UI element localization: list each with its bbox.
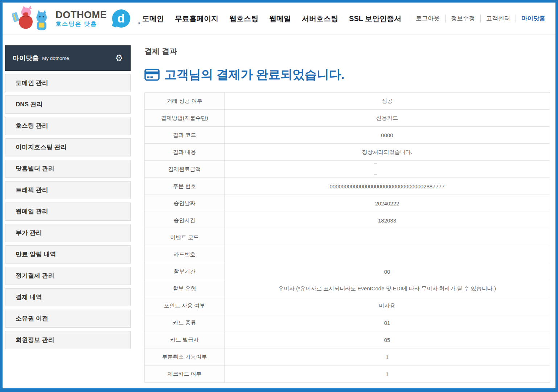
row-value: 유이자 (*유이자로 표시되더라도 EventCode 및 EDI에 따라 무이… <box>225 280 550 297</box>
row-value-text: 미사용 <box>379 302 395 309</box>
sidebar-item[interactable]: 도메인 관리 <box>5 74 131 92</box>
row-value-text: 0000 <box>381 132 393 138</box>
nav-item[interactable]: 도메인 <box>142 14 164 24</box>
row-label: 카드번호 <box>145 246 225 263</box>
table-row: 결제방법(지불수단) 신용카드 <box>145 110 550 127</box>
credit-card-icon <box>144 69 160 81</box>
payment-result-table: 거래 성공 여부 성공 결제방법(지불수단) 신용카드 결과 코드 0000 <box>144 92 550 383</box>
row-label: 주문 번호 <box>145 178 225 195</box>
mascot-illustration <box>12 5 53 32</box>
sidebar-item[interactable]: DNS 관리 <box>5 95 131 114</box>
row-label: 승인날짜 <box>145 195 225 212</box>
row-label: 이벤트 코드 <box>145 229 225 246</box>
main-nav: 도메인무료홈페이지웹호스팅웹메일서버호스팅SSL 보안인증서 <box>142 14 401 24</box>
row-value-text: 00 <box>384 269 390 275</box>
row-value: 정상처리되었습니다. <box>225 144 550 161</box>
nav-item[interactable]: 무료홈페이지 <box>175 14 218 24</box>
table-row: 거래 성공 여부 성공 <box>145 93 550 110</box>
row-value-text: 00000000000000000000000000000002887777 <box>329 183 444 189</box>
nav-item[interactable]: SSL 보안인증서 <box>349 14 401 24</box>
sidebar-item[interactable]: 만료 알림 내역 <box>5 245 131 264</box>
sidebar-item[interactable]: 부가 관리 <box>5 224 131 242</box>
row-label: 할부기간 <box>145 263 225 280</box>
sidebar-item[interactable]: 소유권 이전 <box>5 310 131 328</box>
sidebar-item[interactable]: 웹메일 관리 <box>5 203 131 221</box>
sidebar-header: 마이닷홈 My dothome ⚙ <box>5 45 131 71</box>
row-value-text: 정상처리되었습니다. <box>362 149 412 155</box>
row-label: 승인시간 <box>145 212 225 229</box>
row-value: 1 <box>225 366 550 383</box>
row-value: 0000 <box>225 127 550 144</box>
row-label: 부분취소 가능여부 <box>145 348 225 366</box>
sidebar-item[interactable]: 닷홈빌더 관리 <box>5 160 131 178</box>
sidebar-item[interactable]: 호스팅 관리 <box>5 117 131 135</box>
gear-icon[interactable]: ⚙ <box>115 54 123 62</box>
page-title: 결제 결과 <box>144 42 550 56</box>
sidebar-item[interactable]: 회원정보 관리 <box>5 331 131 349</box>
table-row: 결과 내용 정상처리되었습니다. <box>145 144 550 161</box>
sidebar-item[interactable]: 정기결제 관리 <box>5 267 131 285</box>
utility-nav: 로그아웃정보수정고객센터마이닷홈 <box>410 15 547 23</box>
utility-link[interactable]: 마이닷홈 <box>516 15 547 23</box>
table-row: 체크카드 여부 1 <box>145 366 550 383</box>
table-row: 주문 번호 0000000000000000000000000000000288… <box>145 178 550 195</box>
row-value-text: 성공 <box>382 98 393 104</box>
nav-prefix-dot: . <box>138 17 140 25</box>
table-row: 이벤트 코드 <box>145 229 550 246</box>
table-row: 카드 발급사 05 <box>145 331 550 348</box>
row-value: 신용카드 <box>225 110 550 127</box>
nav-item[interactable]: 웹호스팅 <box>229 14 258 24</box>
table-row: 카드번호 <box>145 246 550 263</box>
row-label: 결과 내용 <box>145 144 225 161</box>
table-row: 카드 종류 01 <box>145 314 550 331</box>
row-value: 05 <box>225 331 550 348</box>
row-value <box>225 229 550 246</box>
utility-link[interactable]: 로그아웃 <box>410 15 445 23</box>
row-value-text: 1 <box>386 354 389 360</box>
row-value-text: 신용카드 <box>376 115 398 121</box>
row-value: 182033 <box>225 212 550 229</box>
top-header: DOTHOME 호스팅은 닷홈 d . 도메인무료홈페이지웹호스팅웹메일서버호스… <box>3 3 555 35</box>
sidebar-item[interactable]: 결제 내역 <box>5 288 131 306</box>
row-value-text: 20240222 <box>375 200 399 207</box>
row-value: 20240222 <box>225 195 550 212</box>
sidebar-item[interactable]: 이미지호스팅 관리 <box>5 138 131 156</box>
sidebar-subtitle: My dothome <box>42 56 69 61</box>
utility-link[interactable]: 고객센터 <box>480 15 516 23</box>
table-row: 결과 코드 0000 <box>145 127 550 144</box>
table-row: 부분취소 가능여부 1 <box>145 348 550 366</box>
sidebar-menu: 도메인 관리DNS 관리호스팅 관리이미지호스팅 관리닷홈빌더 관리트래픽 관리… <box>5 74 131 349</box>
row-label: 거래 성공 여부 <box>145 93 225 110</box>
dothome-bubble-icon: d <box>112 9 130 28</box>
row-value: 01 <box>225 314 550 331</box>
row-label: 카드 발급사 <box>145 331 225 348</box>
nav-item[interactable]: 서버호스팅 <box>302 14 338 24</box>
table-row: 승인시간 182033 <box>145 212 550 229</box>
sidebar-item[interactable]: 트래픽 관리 <box>5 181 131 199</box>
row-value: 미사용 <box>225 297 550 314</box>
row-value <box>225 246 550 263</box>
brand-text: DOTHOME 호스팅은 닷홈 <box>56 10 107 27</box>
table-row: 할부기간 00 <box>145 263 550 280</box>
row-value <box>225 161 550 178</box>
row-label: 할부 유형 <box>145 280 225 297</box>
redaction-mask <box>254 164 495 175</box>
result-heading-block: 고객님의 결제가 완료되었습니다. <box>144 66 550 83</box>
row-label: 결제방법(지불수단) <box>145 110 225 127</box>
sidebar: 마이닷홈 My dothome ⚙ 도메인 관리DNS 관리호스팅 관리이미지호… <box>5 45 131 349</box>
dothome-logo[interactable]: DOTHOME 호스팅은 닷홈 d <box>12 5 130 32</box>
row-value-text: 05 <box>384 337 390 343</box>
table-row: 승인날짜 20240222 <box>145 195 550 212</box>
brand-name: DOTHOME <box>56 10 107 20</box>
table-row: 결제완료금액 <box>145 161 550 178</box>
brand-tagline: 호스팅은 닷홈 <box>56 21 107 27</box>
row-value-text: 01 <box>384 320 390 326</box>
nav-item[interactable]: 웹메일 <box>269 14 291 24</box>
row-value-text: 유이자 (*유이자로 표시되더라도 EventCode 및 EDI에 따라 무이… <box>278 285 496 291</box>
utility-link[interactable]: 정보수정 <box>445 15 480 23</box>
row-label: 결제완료금액 <box>145 161 225 178</box>
bubble-letter: d <box>117 12 124 25</box>
table-row: 포인트 사용 여부 미사용 <box>145 297 550 314</box>
row-label: 결과 코드 <box>145 127 225 144</box>
page-frame: DOTHOME 호스팅은 닷홈 d . 도메인무료홈페이지웹호스팅웹메일서버호스… <box>0 0 558 392</box>
